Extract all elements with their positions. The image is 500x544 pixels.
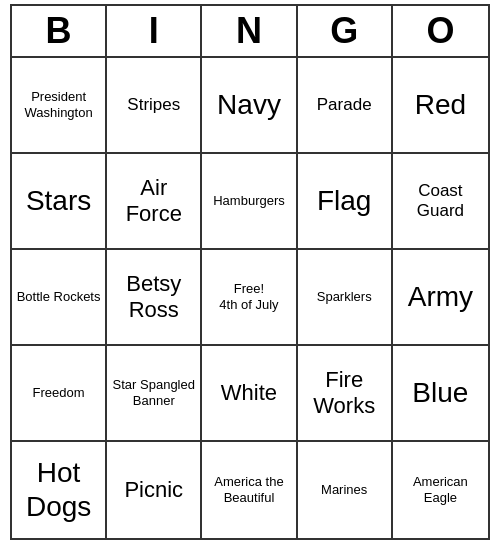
- cell-text: Parade: [317, 95, 372, 115]
- bingo-cell-11: Betsy Ross: [107, 250, 202, 346]
- cell-text: Picnic: [124, 477, 183, 503]
- bingo-cell-15: Freedom: [12, 346, 107, 442]
- bingo-cell-4: Red: [393, 58, 488, 154]
- bingo-cell-24: American Eagle: [393, 442, 488, 538]
- cell-text: Sparklers: [317, 289, 372, 305]
- bingo-grid: President WashingtonStripesNavyParadeRed…: [12, 58, 488, 538]
- bingo-cell-2: Navy: [202, 58, 297, 154]
- cell-text: Air Force: [111, 175, 196, 228]
- bingo-cell-0: President Washington: [12, 58, 107, 154]
- bingo-cell-8: Flag: [298, 154, 393, 250]
- bingo-letter-i: I: [107, 6, 202, 56]
- cell-text: Army: [408, 280, 473, 314]
- cell-text: Star Spangled Banner: [111, 377, 196, 408]
- bingo-cell-21: Picnic: [107, 442, 202, 538]
- cell-text: Fire Works: [302, 367, 387, 420]
- cell-text: President Washington: [16, 89, 101, 120]
- bingo-cell-5: Stars: [12, 154, 107, 250]
- cell-text: Red: [415, 88, 466, 122]
- bingo-header: BINGO: [12, 6, 488, 58]
- bingo-card: BINGO President WashingtonStripesNavyPar…: [10, 4, 490, 540]
- cell-text: Hamburgers: [213, 193, 285, 209]
- bingo-cell-20: Hot Dogs: [12, 442, 107, 538]
- bingo-cell-17: White: [202, 346, 297, 442]
- bingo-cell-19: Blue: [393, 346, 488, 442]
- bingo-letter-g: G: [298, 6, 393, 56]
- cell-text: Hot Dogs: [16, 456, 101, 523]
- bingo-cell-10: Bottle Rockets: [12, 250, 107, 346]
- cell-text: Freedom: [33, 385, 85, 401]
- bingo-cell-12: Free! 4th of July: [202, 250, 297, 346]
- bingo-cell-22: America the Beautiful: [202, 442, 297, 538]
- cell-text: Free! 4th of July: [219, 281, 278, 312]
- cell-text: Marines: [321, 482, 367, 498]
- cell-text: Stars: [26, 184, 91, 218]
- bingo-cell-6: Air Force: [107, 154, 202, 250]
- bingo-cell-23: Marines: [298, 442, 393, 538]
- cell-text: American Eagle: [397, 474, 484, 505]
- bingo-cell-7: Hamburgers: [202, 154, 297, 250]
- bingo-letter-b: B: [12, 6, 107, 56]
- cell-text: Blue: [412, 376, 468, 410]
- cell-text: America the Beautiful: [206, 474, 291, 505]
- bingo-cell-14: Army: [393, 250, 488, 346]
- cell-text: Bottle Rockets: [17, 289, 101, 305]
- bingo-cell-1: Stripes: [107, 58, 202, 154]
- cell-text: Navy: [217, 88, 281, 122]
- bingo-cell-16: Star Spangled Banner: [107, 346, 202, 442]
- cell-text: Stripes: [127, 95, 180, 115]
- bingo-letter-n: N: [202, 6, 297, 56]
- bingo-cell-13: Sparklers: [298, 250, 393, 346]
- bingo-letter-o: O: [393, 6, 488, 56]
- cell-text: Coast Guard: [397, 181, 484, 222]
- cell-text: Betsy Ross: [111, 271, 196, 324]
- cell-text: White: [221, 380, 277, 406]
- bingo-cell-9: Coast Guard: [393, 154, 488, 250]
- bingo-cell-18: Fire Works: [298, 346, 393, 442]
- cell-text: Flag: [317, 184, 371, 218]
- bingo-cell-3: Parade: [298, 58, 393, 154]
